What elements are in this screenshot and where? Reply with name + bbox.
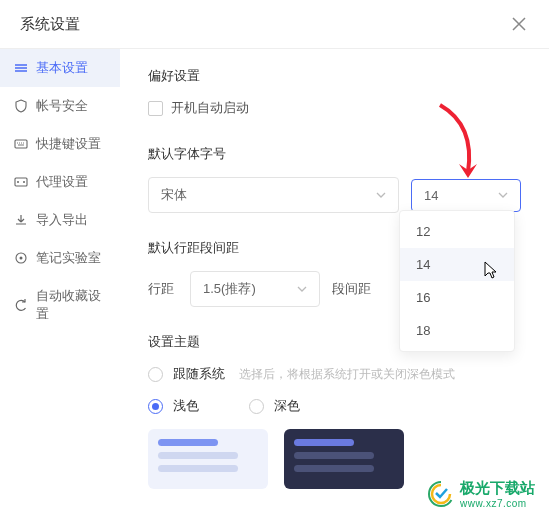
line-height-value: 1.5(推荐)	[203, 280, 256, 298]
sidebar: 基本设置 帐号安全 快捷键设置 代理设置 导入导出 笔记实验室 自动收藏设置	[0, 49, 120, 516]
sidebar-item-label: 快捷键设置	[36, 135, 101, 153]
theme-follow-label: 跟随系统	[173, 365, 225, 383]
keyboard-icon	[14, 137, 28, 151]
dropdown-option[interactable]: 12	[400, 215, 514, 248]
sidebar-item-basic[interactable]: 基本设置	[0, 49, 120, 87]
preview-line	[294, 439, 354, 446]
font-family-select[interactable]: 宋体	[148, 177, 399, 213]
sidebar-item-label: 代理设置	[36, 173, 88, 191]
dropdown-option[interactable]: 14	[400, 248, 514, 281]
font-size-select[interactable]: 14	[411, 179, 521, 212]
watermark-name: 极光下载站	[460, 479, 535, 498]
para-space-label: 段间距	[332, 280, 371, 298]
close-icon	[512, 17, 526, 31]
theme-preview-light[interactable]	[148, 429, 268, 489]
sidebar-item-label: 帐号安全	[36, 97, 88, 115]
sidebar-item-label: 自动收藏设置	[36, 287, 106, 323]
sidebar-item-label: 笔记实验室	[36, 249, 101, 267]
svg-point-5	[20, 257, 23, 260]
theme-follow-radio[interactable]	[148, 367, 163, 382]
preview-line	[158, 465, 238, 472]
sidebar-item-proxy[interactable]: 代理设置	[0, 163, 120, 201]
dialog-title: 系统设置	[20, 15, 80, 34]
sidebar-item-lab[interactable]: 笔记实验室	[0, 239, 120, 277]
sidebar-item-shortcuts[interactable]: 快捷键设置	[0, 125, 120, 163]
preview-line	[158, 452, 238, 459]
autostart-label: 开机自动启动	[171, 99, 249, 117]
dropdown-option[interactable]: 18	[400, 314, 514, 347]
preview-line	[294, 452, 374, 459]
svg-rect-0	[15, 140, 27, 148]
dropdown-option[interactable]: 16	[400, 281, 514, 314]
watermark: 极光下载站 www.xz7.com	[426, 479, 535, 509]
chevron-down-icon	[376, 190, 386, 200]
svg-point-3	[23, 181, 25, 183]
shield-icon	[14, 99, 28, 113]
chevron-down-icon	[498, 190, 508, 200]
import-icon	[14, 213, 28, 227]
settings-icon	[14, 61, 28, 75]
watermark-url: www.xz7.com	[460, 498, 535, 509]
refresh-icon	[14, 298, 28, 312]
font-size-value: 14	[424, 188, 438, 203]
sidebar-item-auto[interactable]: 自动收藏设置	[0, 277, 120, 333]
line-height-label: 行距	[148, 280, 174, 298]
svg-point-2	[17, 181, 19, 183]
preview-line	[294, 465, 374, 472]
sidebar-item-label: 基本设置	[36, 59, 88, 77]
sidebar-item-label: 导入导出	[36, 211, 88, 229]
line-height-select[interactable]: 1.5(推荐)	[190, 271, 320, 307]
font-title: 默认字体字号	[148, 145, 521, 163]
theme-dark-radio[interactable]	[249, 399, 264, 414]
svg-rect-1	[15, 178, 27, 186]
sidebar-item-import[interactable]: 导入导出	[0, 201, 120, 239]
watermark-icon	[426, 479, 456, 509]
theme-follow-hint: 选择后，将根据系统打开或关闭深色模式	[239, 366, 455, 383]
autostart-checkbox[interactable]	[148, 101, 163, 116]
theme-light-label: 浅色	[173, 397, 199, 415]
font-family-value: 宋体	[161, 186, 187, 204]
close-button[interactable]	[509, 14, 529, 34]
theme-preview-dark[interactable]	[284, 429, 404, 489]
font-size-dropdown: 12 14 16 18	[399, 210, 515, 352]
prefs-title: 偏好设置	[148, 67, 521, 85]
sidebar-item-security[interactable]: 帐号安全	[0, 87, 120, 125]
theme-light-radio[interactable]	[148, 399, 163, 414]
theme-dark-label: 深色	[274, 397, 300, 415]
preview-line	[158, 439, 218, 446]
proxy-icon	[14, 175, 28, 189]
lab-icon	[14, 251, 28, 265]
chevron-down-icon	[297, 284, 307, 294]
